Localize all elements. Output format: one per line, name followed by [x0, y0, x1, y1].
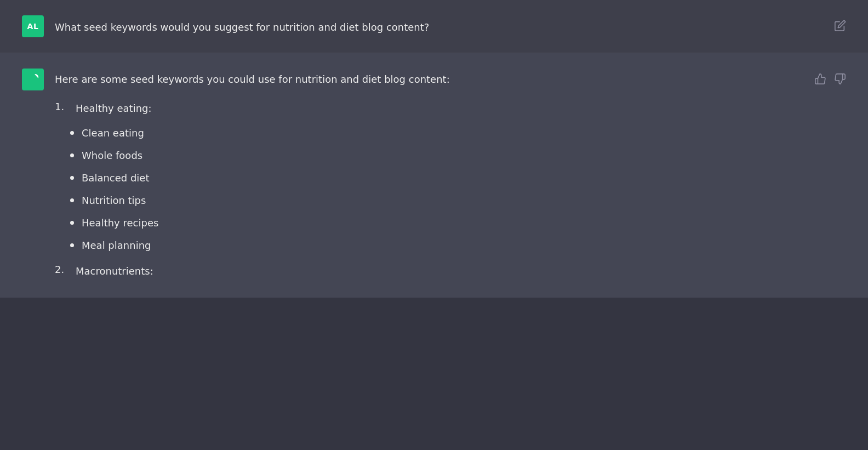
bullet-dot: [70, 221, 74, 225]
bullet-text: Healthy recipes: [82, 215, 158, 230]
list-item: Nutrition tips: [70, 193, 450, 208]
assistant-avatar: [22, 69, 44, 90]
section-2-label: Macronutrients:: [76, 264, 153, 280]
section-2-header: 2. Macronutrients:: [55, 264, 450, 280]
bullet-text: Whole foods: [82, 148, 142, 163]
list-item: Balanced diet: [70, 170, 450, 185]
bullet-text: Nutrition tips: [82, 193, 146, 208]
section-2-number: 2.: [55, 264, 70, 280]
user-avatar: AL: [22, 15, 44, 37]
bullet-dot: [70, 176, 74, 180]
assistant-content: Here are some seed keywords you could us…: [55, 69, 450, 282]
user-message-text: What seed keywords would you suggest for…: [55, 15, 429, 35]
bullet-text: Clean eating: [82, 126, 144, 140]
user-message-row: AL What seed keywords would you suggest …: [0, 0, 868, 53]
list-item: Healthy recipes: [70, 215, 450, 230]
assistant-message-row: Here are some seed keywords you could us…: [0, 53, 868, 298]
bullet-dot: [70, 153, 74, 157]
section-1-number: 1.: [55, 101, 70, 117]
list-item: Whole foods: [70, 148, 450, 163]
thumbs-down-icon[interactable]: [834, 73, 846, 87]
list-item: Clean eating: [70, 126, 450, 140]
list-item: Meal planning: [70, 238, 450, 253]
bullet-dot: [70, 131, 74, 135]
thumbs-up-icon[interactable]: [814, 73, 826, 87]
section-1-header: 1. Healthy eating:: [55, 101, 450, 117]
section-1-label: Healthy eating:: [76, 101, 152, 117]
edit-icon[interactable]: [834, 15, 846, 34]
assistant-intro-text: Here are some seed keywords you could us…: [55, 72, 450, 88]
user-message-left: AL What seed keywords would you suggest …: [22, 15, 429, 37]
assistant-action-icons: [814, 69, 846, 87]
bullet-text: Meal planning: [82, 238, 151, 253]
bullet-dot: [70, 243, 74, 247]
bullet-text: Balanced diet: [82, 170, 150, 185]
assistant-message-left: Here are some seed keywords you could us…: [22, 69, 450, 282]
bullet-dot: [70, 198, 74, 202]
section-1-bullet-list: Clean eating Whole foods Balanced diet N…: [70, 126, 450, 253]
